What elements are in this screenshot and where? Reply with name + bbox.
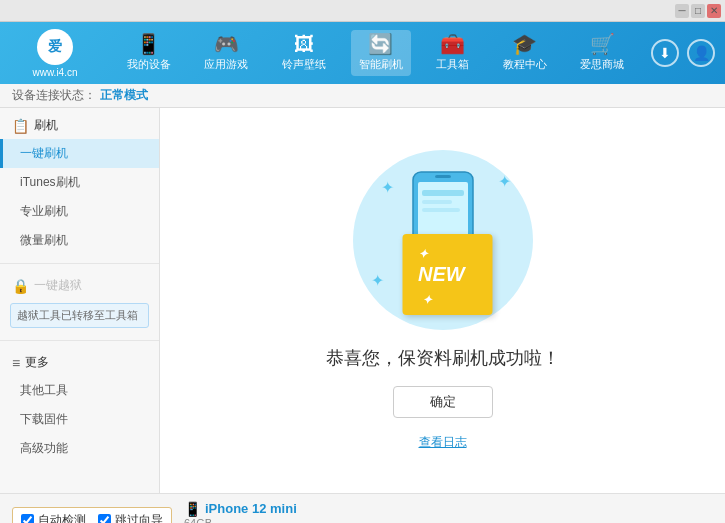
more-section-label: 更多 xyxy=(25,354,49,371)
sidebar-item-other-tools[interactable]: 其他工具 xyxy=(0,376,159,405)
device-info: 📱 iPhone 12 mini 64GB Down-12mini-13,1 xyxy=(184,501,297,524)
nav-right: ⬇ 👤 xyxy=(651,39,715,67)
logo-icon: 爱 xyxy=(37,29,73,65)
more-section-icon: ≡ xyxy=(12,355,20,371)
auto-detect-checkbox[interactable]: 自动检测 xyxy=(21,512,86,523)
divider-1 xyxy=(0,263,159,264)
sidebar-section-header-jailbreak: 🔒 一键越狱 xyxy=(0,272,159,299)
one-click-flash-label: 一键刷机 xyxy=(20,146,68,160)
my-device-icon: 📱 xyxy=(136,34,161,54)
sidebar-item-download-firmware[interactable]: 下载固件 xyxy=(0,405,159,434)
apps-games-icon: 🎮 xyxy=(214,34,239,54)
toolbox-icon: 🧰 xyxy=(440,34,465,54)
logo-text: www.i4.cn xyxy=(32,67,77,78)
nav-item-my-device[interactable]: 📱 我的设备 xyxy=(119,30,179,76)
jailbreak-section-label: 一键越狱 xyxy=(34,277,82,294)
success-content: ✦ ✦ ✦ xyxy=(326,150,560,451)
svg-rect-6 xyxy=(422,208,460,212)
nav-item-tutorial[interactable]: 🎓 教程中心 xyxy=(495,30,555,76)
minimize-button[interactable]: ─ xyxy=(675,4,689,18)
new-badge: NEW xyxy=(402,234,492,315)
sidebar-item-itunes-flash[interactable]: iTunes刷机 xyxy=(0,168,159,197)
close-button[interactable]: ✕ xyxy=(707,4,721,18)
new-badge-text: NEW xyxy=(418,263,465,285)
flash-section-icon: 📋 xyxy=(12,118,29,134)
nav-label-wallpaper: 铃声壁纸 xyxy=(282,57,326,72)
status-value: 正常模式 xyxy=(100,87,148,104)
divider-2 xyxy=(0,340,159,341)
bottom-section: 自动检测 跳过向导 📱 iPhone 12 mini 64GB Down-12m… xyxy=(0,493,725,523)
status-bar: 设备连接状态： 正常模式 xyxy=(0,84,725,108)
nav-label-apps-games: 应用游戏 xyxy=(204,57,248,72)
main-panel: ✦ ✦ ✦ xyxy=(160,108,725,493)
smart-flash-icon: 🔄 xyxy=(368,34,393,54)
svg-rect-5 xyxy=(422,200,452,204)
device-storage: 64GB xyxy=(184,517,297,524)
status-label: 设备连接状态： xyxy=(12,87,96,104)
sparkle-bl-icon: ✦ xyxy=(371,271,384,290)
user-button[interactable]: 👤 xyxy=(687,39,715,67)
maximize-button[interactable]: □ xyxy=(691,4,705,18)
logo-symbol: 爱 xyxy=(48,38,62,56)
main-content: 📋 刷机 一键刷机 iTunes刷机 专业刷机 微量刷机 🔒 一键越狱 越狱工 xyxy=(0,108,725,493)
device-phone-icon: 📱 xyxy=(184,501,201,517)
nav-label-tutorial: 教程中心 xyxy=(503,57,547,72)
skip-wizard-checkbox[interactable]: 跳过向导 xyxy=(98,512,163,523)
sparkle-tl-icon: ✦ xyxy=(381,178,394,197)
nav-item-apps-games[interactable]: 🎮 应用游戏 xyxy=(196,30,256,76)
sparkle-tr-icon: ✦ xyxy=(498,172,511,191)
shop-icon: 🛒 xyxy=(590,34,615,54)
device-name: 📱 iPhone 12 mini xyxy=(184,501,297,517)
nav-item-shop[interactable]: 🛒 爱思商城 xyxy=(572,30,632,76)
guide-link[interactable]: 查看日志 xyxy=(419,434,467,451)
logo-area: 爱 www.i4.cn xyxy=(10,29,100,78)
nav-item-wallpaper[interactable]: 🖼 铃声壁纸 xyxy=(274,30,334,76)
nav-item-toolbox[interactable]: 🧰 工具箱 xyxy=(428,30,477,76)
bottom-checkboxes: 自动检测 跳过向导 xyxy=(12,507,172,523)
title-bar-controls: ─ □ ✕ xyxy=(675,4,721,18)
title-bar: ─ □ ✕ xyxy=(0,0,725,22)
auto-detect-label: 自动检测 xyxy=(38,512,86,523)
download-button[interactable]: ⬇ xyxy=(651,39,679,67)
sidebar-section-header-more: ≡ 更多 xyxy=(0,349,159,376)
jailbreak-lock-icon: 🔒 xyxy=(12,278,29,294)
confirm-button[interactable]: 确定 xyxy=(393,386,493,418)
download-firmware-label: 下载固件 xyxy=(20,412,68,426)
nav-label-toolbox: 工具箱 xyxy=(436,57,469,72)
sidebar-section-more: ≡ 更多 其他工具 下载固件 高级功能 xyxy=(0,345,159,467)
skip-wizard-label: 跳过向导 xyxy=(115,512,163,523)
sidebar-item-advanced[interactable]: 高级功能 xyxy=(0,434,159,463)
nav-label-shop: 爱思商城 xyxy=(580,57,624,72)
phone-illustration: ✦ ✦ ✦ xyxy=(353,150,533,330)
device-name-text: iPhone 12 mini xyxy=(205,501,297,516)
top-nav: 爱 www.i4.cn 📱 我的设备 🎮 应用游戏 🖼 铃声壁纸 🔄 智能刷机 … xyxy=(0,22,725,84)
nav-items: 📱 我的设备 🎮 应用游戏 🖼 铃声壁纸 🔄 智能刷机 🧰 工具箱 🎓 教程中心… xyxy=(110,30,641,76)
jailbreak-note: 越狱工具已转移至工具箱 xyxy=(10,303,149,328)
success-message: 恭喜您，保资料刷机成功啦！ xyxy=(326,346,560,370)
sidebar-section-flash: 📋 刷机 一键刷机 iTunes刷机 专业刷机 微量刷机 xyxy=(0,108,159,259)
nav-label-my-device: 我的设备 xyxy=(127,57,171,72)
sidebar-item-one-click-flash[interactable]: 一键刷机 xyxy=(0,139,159,168)
sidebar: 📋 刷机 一键刷机 iTunes刷机 专业刷机 微量刷机 🔒 一键越狱 越狱工 xyxy=(0,108,160,493)
pro-flash-label: 专业刷机 xyxy=(20,204,68,218)
svg-rect-4 xyxy=(422,190,464,196)
skip-wizard-input[interactable] xyxy=(98,514,111,523)
sidebar-section-header-flash: 📋 刷机 xyxy=(0,112,159,139)
sidebar-section-jailbreak: 🔒 一键越狱 越狱工具已转移至工具箱 xyxy=(0,268,159,336)
wallpaper-icon: 🖼 xyxy=(294,34,314,54)
flash-section-label: 刷机 xyxy=(34,117,58,134)
svg-rect-2 xyxy=(435,175,451,178)
nav-label-smart-flash: 智能刷机 xyxy=(359,57,403,72)
nav-item-smart-flash[interactable]: 🔄 智能刷机 xyxy=(351,30,411,76)
sidebar-item-pro-flash[interactable]: 专业刷机 xyxy=(0,197,159,226)
tutorial-icon: 🎓 xyxy=(512,34,537,54)
advanced-label: 高级功能 xyxy=(20,441,68,455)
other-tools-label: 其他工具 xyxy=(20,383,68,397)
micro-flash-label: 微量刷机 xyxy=(20,233,68,247)
auto-detect-input[interactable] xyxy=(21,514,34,523)
itunes-flash-label: iTunes刷机 xyxy=(20,175,80,189)
sidebar-item-micro-flash[interactable]: 微量刷机 xyxy=(0,226,159,255)
